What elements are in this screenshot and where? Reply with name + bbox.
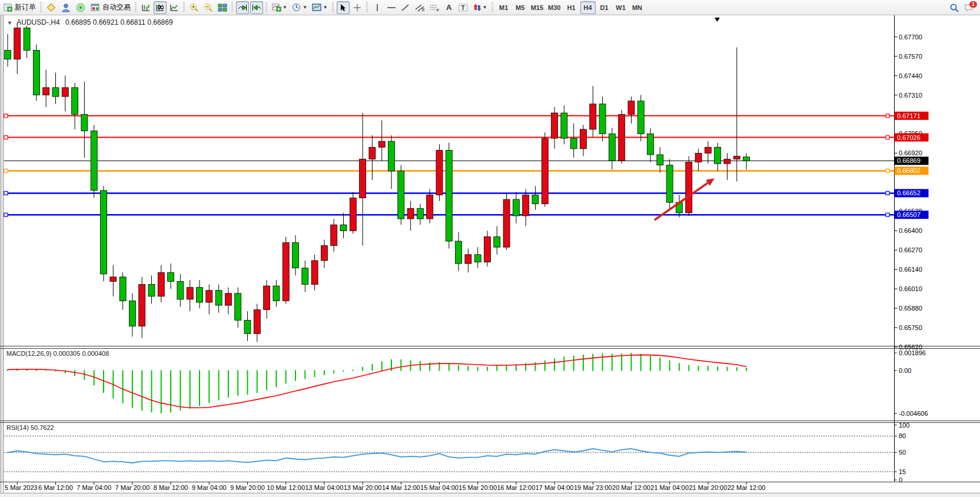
candle-body (331, 225, 337, 245)
zoom-out-button[interactable] (202, 1, 215, 14)
search-button[interactable] (948, 1, 961, 14)
line-handle[interactable] (4, 191, 8, 195)
line-handle[interactable] (886, 114, 889, 118)
person-icon (61, 3, 71, 12)
candle-body (197, 288, 203, 302)
indicators-caret[interactable]: ▼ (283, 5, 287, 10)
time-tick-label: 21 Mar 20:00 (689, 484, 727, 491)
cursor-button[interactable] (337, 1, 350, 14)
market-watch-button[interactable] (45, 1, 58, 14)
candle-body (523, 195, 529, 215)
fibonacci-button[interactable]: F (428, 1, 441, 14)
line-handle[interactable] (886, 169, 889, 172)
time-tick-label: 21 Mar 04:00 (650, 484, 689, 491)
candle-body (43, 88, 49, 95)
candle-body (398, 171, 404, 219)
timeframe-m5-button[interactable]: M5 (513, 1, 528, 14)
status-bar (0, 493, 980, 497)
autotrade-button[interactable]: 自动交易 (89, 1, 132, 14)
price-badge-label: 0.67026 (897, 134, 921, 141)
candle-body (628, 101, 634, 115)
chart-title: ▼ AUDUSD-,H4 0.66895 0.66921 0.66811 0.6… (7, 18, 173, 26)
equidistant-channel-button[interactable]: E (413, 1, 427, 14)
text-button[interactable]: A (443, 1, 456, 14)
candle-body (388, 141, 395, 171)
line-handle[interactable] (4, 114, 8, 118)
bar-chart-button[interactable] (139, 1, 152, 14)
zoom-in-button[interactable] (188, 1, 201, 14)
zoom-out-icon (204, 3, 213, 12)
periods-caret[interactable]: ▼ (303, 5, 307, 10)
line-chart-button[interactable] (168, 1, 181, 14)
line-handle[interactable] (4, 136, 8, 139)
price-tick-label: 0.67700 (899, 34, 922, 41)
line-handle[interactable] (4, 169, 8, 172)
timeframe-m1-button[interactable]: M1 (496, 1, 511, 14)
templates-caret[interactable]: ▼ (323, 5, 328, 10)
candle-body (378, 141, 385, 147)
rsi-indicator-label: RSI(14) 50.7622 (6, 424, 54, 431)
line-handle[interactable] (886, 191, 889, 195)
timeframe-h4-button[interactable]: H4 (580, 1, 596, 14)
svg-text:T: T (461, 5, 464, 11)
candlestick-chart-icon (155, 4, 165, 12)
candle-body (369, 147, 376, 159)
time-tick-label: 10 Mar 12:00 (267, 484, 305, 491)
community-button[interactable] (59, 1, 73, 14)
notifications-button[interactable]: 1 (962, 1, 976, 14)
toolbar-grip (366, 2, 368, 13)
horizontal-line-button[interactable] (385, 1, 398, 14)
auto-scroll-icon (238, 4, 247, 12)
arrows-button[interactable]: ▼ (471, 1, 489, 14)
chart-shift-button[interactable] (250, 1, 263, 14)
candle-body (446, 150, 452, 241)
candle-body (580, 129, 587, 149)
new-order-button[interactable]: 新订单 (2, 1, 38, 14)
candle-body (715, 147, 721, 164)
chart-window: 0.677000.675700.674400.673100.671800.670… (0, 15, 980, 497)
timeframe-w1-button[interactable]: W1 (613, 1, 629, 14)
indicators-button[interactable]: ▼ (270, 1, 289, 14)
price-tick-label: 0.65750 (899, 324, 922, 331)
cursor-icon (339, 4, 347, 12)
svg-text:E: E (422, 8, 425, 12)
signal-button[interactable] (74, 1, 88, 14)
arrows-caret[interactable]: ▼ (483, 5, 487, 10)
periods-button[interactable]: ▼ (290, 1, 309, 14)
candlestick-chart-button[interactable] (154, 1, 167, 14)
candle-body (724, 159, 730, 164)
timeframe-m15-button[interactable]: M15 (529, 1, 545, 14)
line-handle[interactable] (4, 213, 8, 216)
candle-body (484, 236, 491, 262)
timeframe-mn-button[interactable]: MN (630, 1, 645, 14)
line-handle[interactable] (886, 213, 889, 216)
candle-body (427, 195, 433, 219)
horizontal-line-icon (387, 4, 396, 12)
time-tick-label: 15 Mar 04:00 (420, 484, 459, 491)
candle-body (119, 277, 126, 301)
collapse-icon[interactable]: ▼ (7, 20, 12, 26)
tile-windows-button[interactable] (216, 1, 229, 14)
auto-scroll-button[interactable] (236, 1, 249, 14)
templates-button[interactable]: ▼ (310, 1, 330, 14)
chart-shift-icon (252, 4, 261, 12)
timeframe-h1-button[interactable]: H1 (564, 1, 579, 14)
price-tick-label: 0.67310 (899, 92, 922, 99)
trendline-button[interactable] (399, 1, 412, 14)
price-tick-label: 0.66270 (899, 246, 922, 253)
timeframe-m30-button[interactable]: M30 (546, 1, 562, 14)
toolbar-grip (491, 2, 493, 13)
candle-body (101, 191, 107, 274)
vertical-line-button[interactable] (371, 1, 384, 14)
timeframe-d1-button[interactable]: D1 (597, 1, 612, 14)
line-handle[interactable] (886, 136, 889, 139)
crosshair-button[interactable] (351, 1, 364, 14)
text-label-button[interactable]: T (457, 1, 470, 14)
candle-body (215, 291, 222, 305)
macd-indicator-label: MACD(12,26,9) 0.000305 0.000408 (6, 350, 109, 357)
candle-body (177, 282, 184, 299)
candle-body (244, 320, 251, 333)
price-tag-icon (46, 3, 57, 12)
tile-windows-icon (218, 4, 227, 12)
price-tick-label: 0.67440 (899, 72, 922, 79)
